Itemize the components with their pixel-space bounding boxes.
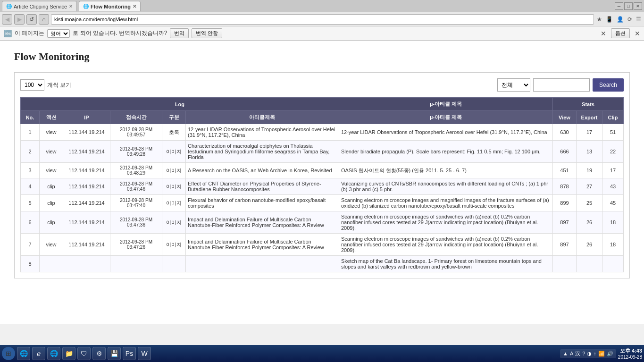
cell-export: 13: [577, 141, 602, 163]
translate-bar-close[interactable]: ✕: [635, 30, 640, 37]
cell-ip: 112.144.19.214: [63, 124, 110, 141]
cell-time: [110, 256, 162, 272]
cell-ip: 112.144.19.214: [63, 234, 110, 256]
search-input[interactable]: [533, 78, 590, 92]
cell-micro: Vulcanizing curves of CNTs/SBR nanocompo…: [339, 178, 552, 195]
per-page-select[interactable]: 100: [20, 79, 44, 91]
main-container: 100 개씩 보기 전체 Search Log μ-아티클 제목 Stats: [14, 72, 630, 278]
table-body: 1 view 112.144.19.214 2012-09-28 PM 03:4…: [21, 124, 624, 272]
maximize-button[interactable]: □: [624, 2, 633, 10]
home-button[interactable]: ⌂: [39, 14, 49, 25]
toolbar-right: 전체 Search: [497, 78, 624, 92]
cell-type: 이미지: [162, 163, 186, 178]
tab-favicon-2: 🌐: [83, 4, 89, 9]
cell-time: 2012-09-28 PM 03:47:46: [110, 178, 162, 195]
search-button[interactable]: Search: [593, 78, 624, 92]
cell-export: 26: [577, 234, 602, 256]
address-bar[interactable]: [51, 14, 594, 25]
stats-section-header: Stats: [553, 98, 624, 111]
cell-view: 666: [553, 141, 577, 163]
forward-button[interactable]: ▶: [14, 14, 25, 25]
col-header-article: 아티클제목: [186, 111, 339, 124]
minimize-button[interactable]: ─: [615, 2, 623, 10]
phone-icon[interactable]: 📱: [605, 15, 614, 24]
table-row: 8 Sketch map of the Cat Ba landscape. 1-…: [21, 256, 624, 272]
cell-time: 2012-09-28 PM 03:49:57: [110, 124, 162, 141]
cell-type: 이미지: [162, 141, 186, 163]
page-title: Flow Monitoring: [14, 51, 630, 63]
cell-micro: 12-year LIDAR Observations of Tropospher…: [339, 124, 552, 141]
col-header-micro: μ-아티클 제목: [339, 111, 552, 124]
close-window-button[interactable]: ✕: [634, 2, 642, 10]
cell-no: 6: [21, 211, 40, 234]
cell-article: Impact and Delamination Failure of Multi…: [186, 211, 339, 234]
translate-options-button[interactable]: 옵션: [611, 28, 630, 38]
bookmark-icon[interactable]: ★: [596, 15, 603, 24]
cell-action: view: [40, 163, 63, 178]
col-header-view: View: [553, 111, 577, 124]
title-bar: 🌐 Article Clipping Service ✕ 🌐 Flow Moni…: [0, 0, 644, 12]
cell-micro: Scanning electron microscope images of s…: [339, 234, 552, 256]
tab-favicon-1: 🌐: [6, 4, 12, 9]
menu-icon[interactable]: ☰: [635, 15, 642, 24]
cell-action: view: [40, 141, 63, 163]
user-icon[interactable]: 👤: [616, 15, 625, 24]
data-table: Log μ-아티클 제목 Stats No. 액션 IP 접속시간 구분 아티클…: [20, 97, 624, 272]
cell-article: Characterization of macroalgal epiphytes…: [186, 141, 339, 163]
filter-select[interactable]: 전체: [497, 78, 530, 92]
cell-micro: OASIS 웹사이트의 현황(55종) (인용 2011. 5. 25 - 6.…: [339, 163, 552, 178]
translate-button[interactable]: 번역: [170, 28, 189, 38]
table-row: 4 clip 112.144.19.214 2012-09-28 PM 03:4…: [21, 178, 624, 195]
cell-article: Effect of CNT Diameter on Physical Prope…: [186, 178, 339, 195]
cell-view: 630: [553, 124, 577, 141]
col-header-clip: Clip: [602, 111, 624, 124]
cell-export: 26: [577, 211, 602, 234]
cell-view: 451: [553, 163, 577, 178]
tab-close-2[interactable]: ✕: [133, 4, 136, 9]
tab-flow-monitoring[interactable]: 🌐 Flow Monitoring ✕: [79, 1, 141, 11]
cell-clip: 22: [602, 141, 624, 163]
cell-view: 899: [553, 195, 577, 211]
cell-export: [577, 256, 602, 272]
cell-view: [553, 256, 577, 272]
cell-article: A Research on the OASIS, an Web Archive …: [186, 163, 339, 178]
sync-icon[interactable]: ⟳: [627, 15, 633, 24]
tab-article-clipping[interactable]: 🌐 Article Clipping Service ✕: [2, 1, 77, 11]
cell-time: 2012-09-28 PM 03:47:36: [110, 211, 162, 234]
table-row: 6 clip 112.144.19.214 2012-09-28 PM 03:4…: [21, 211, 624, 234]
col-header-time: 접속시간: [110, 111, 162, 124]
cell-type: [162, 256, 186, 272]
table-row: 5 clip 112.144.19.214 2012-09-28 PM 03:4…: [21, 195, 624, 211]
cell-type: 이미지: [162, 211, 186, 234]
per-page-label: 개씩 보기: [47, 81, 71, 89]
cell-action: clip: [40, 195, 63, 211]
browser-chrome: 🌐 Article Clipping Service ✕ 🌐 Flow Moni…: [0, 0, 644, 41]
reload-button[interactable]: ↺: [26, 14, 37, 25]
translate-lang-select[interactable]: 영어: [47, 29, 70, 38]
cell-ip: 112.144.19.214: [63, 163, 110, 178]
translate-icon: 🔤: [4, 30, 12, 37]
cell-no: 7: [21, 234, 40, 256]
cell-clip: 17: [602, 163, 624, 178]
page-content: Flow Monitoring 100 개씩 보기 전체 Search Log …: [0, 41, 644, 324]
nav-bar: ◀ ▶ ↺ ⌂ ★ 📱 👤 ⟳ ☰: [0, 12, 644, 26]
table-row: 3 view 112.144.19.214 2012-09-28 PM 03:4…: [21, 163, 624, 178]
translate-close-button[interactable]: ✕: [601, 30, 606, 37]
cell-view: 878: [553, 178, 577, 195]
cell-export: 25: [577, 195, 602, 211]
cell-article: Impact and Delamination Failure of Multi…: [186, 234, 339, 256]
cell-micro: Scanning electron microscope images of s…: [339, 211, 552, 234]
window-controls: ─ □ ✕: [615, 2, 642, 10]
table-row: 7 view 112.144.19.214 2012-09-28 PM 03:4…: [21, 234, 624, 256]
cell-article: 12-year LIDAR Observations of Tropospher…: [186, 124, 339, 141]
cell-action: [40, 256, 63, 272]
cell-action: view: [40, 234, 63, 256]
tab-close-1[interactable]: ✕: [69, 4, 73, 9]
cell-clip: 18: [602, 234, 624, 256]
cell-clip: 51: [602, 124, 624, 141]
cell-action: clip: [40, 178, 63, 195]
cell-article: Flexural behavior of carbon nanotube-mod…: [186, 195, 339, 211]
back-button[interactable]: ◀: [2, 14, 12, 25]
cell-action: view: [40, 124, 63, 141]
no-translate-button[interactable]: 번역 안함: [192, 28, 222, 38]
